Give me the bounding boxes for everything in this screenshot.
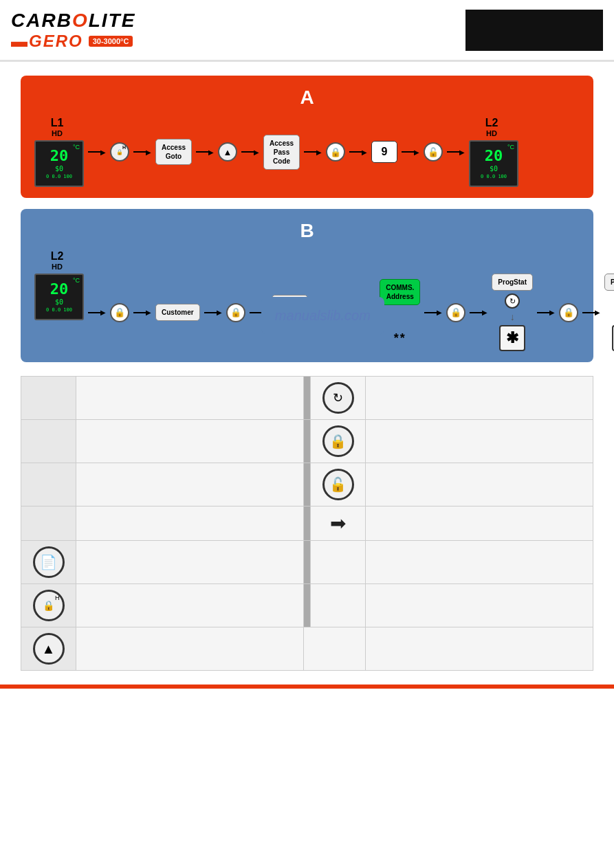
arrow-6 [349,148,367,156]
access-goto-button[interactable]: Access Goto [155,139,192,165]
lcd-bottom-b: 0 0.0 100 [46,307,72,313]
watermark-b: manualslib.com [261,297,384,335]
arrow-2 [133,148,151,156]
access-passcode-button[interactable]: Access Pass Code [263,135,300,170]
b-lock-1[interactable]: 🔒 [110,303,129,322]
lcd-display-1: °C 20 $0 0 0.0 100 [34,140,84,187]
table-divider-1 [304,377,311,420]
header: CARBOLITE ▬GERO 30-3000°C [0,0,614,62]
table-row-3-text-right [366,463,593,507]
table-row-4: ➡ [21,507,593,541]
table-row-6-text-right [366,584,593,627]
progstat-refresh-icon[interactable]: ↻ [505,293,520,309]
table-row-7-text-left [76,627,304,671]
temp-range-badge: 30-3000°C [89,36,133,47]
igero-logo: ▬GERO [11,32,83,51]
progedit-button[interactable]: ProgEdit [604,274,614,291]
logo-area: CARBOLITE ▬GERO 30-3000°C [11,10,135,51]
table-row-7-right-combined [304,627,366,671]
l2-label-b: L2 HD [51,250,64,271]
triangle-up-icon-table[interactable]: ▲ [33,633,65,665]
section-a: A L1 HD °C 20 $0 0 0.0 100 🔒H [21,76,593,198]
table-row-5-text-left [76,541,304,584]
progstat-asterisk[interactable]: ✱ [499,325,525,351]
progstat-down-arrow: ↓ [510,311,515,322]
lcd-bottom-2: 0 0.0 100 [481,174,507,179]
lcd-bottom-1: 0 0.0 100 [46,174,72,179]
table-row-5-icon-right-empty [311,541,366,584]
lock-open-icon-1[interactable]: 🔓 [424,142,443,162]
lock-open-icon-table[interactable]: 🔓 [322,469,354,500]
table-row-6-icon-right-empty [311,584,366,627]
temp-icon-b: °C [73,277,80,284]
file-icon-table[interactable]: 📄 [33,546,65,578]
section-a-flow: L1 HD °C 20 $0 0 0.0 100 🔒H Access Goto [34,117,580,187]
table-row-1-icon-right: ↻ [311,377,366,420]
b-arrow-9 [537,309,555,316]
table-row-2-text-left [76,420,304,463]
temp-icon-2: °C [507,144,514,151]
table-row-3-icon-right: 🔓 [311,463,366,507]
arrow-1 [88,148,106,156]
table-row-4-left-empty [21,507,76,541]
lcd-small-1: $0 [55,165,63,173]
progedit-col: ProgEdit ↻ ↓ ✱ [604,274,614,351]
l2-group-a: L2 HD °C 20 $0 0 0.0 100 [469,117,518,187]
b-lock-5[interactable]: 🔒 [559,303,578,322]
progstat-col: ProgStat ↻ ↓ ✱ [492,274,533,351]
table-row-7-text-right [366,627,593,671]
lcd-small-b: $0 [55,298,63,306]
hold-icon-table[interactable]: 🔒H [33,590,65,621]
lock-closed-icon-1[interactable]: 🔒 [326,142,345,162]
table-divider-5 [304,541,311,584]
comms-address-button[interactable]: COMMS. Address [380,279,420,305]
b-lock-2[interactable]: 🔒 [226,303,245,322]
b-arrow-10 [582,309,600,316]
table-row-7-icon-left: ▲ [21,627,76,671]
section-b: B L2 HD °C 20 $0 0 0.0 100 🔒 [21,209,593,362]
double-star: ** [394,331,406,346]
table-row-3-text-left [76,463,304,507]
table-row-1-left-empty [21,377,76,420]
table-row-6: 🔒H [21,584,593,627]
lock-closed-icon-table[interactable]: 🔒 [322,425,354,457]
arrow-8 [447,148,465,156]
refresh-icon-table[interactable]: ↻ [322,382,354,414]
progstat-button[interactable]: ProgStat [492,274,533,291]
table-row-2: 🔒 [21,420,593,463]
table-row-1-text-left [76,377,304,420]
triangle-up-button[interactable]: ▲ [218,142,237,162]
b-arrow-1 [88,309,106,316]
l2-label-a: L2 HD [485,117,498,137]
table-row-6-text-left [76,584,304,627]
section-a-label: A [34,87,580,109]
table-row-2-text-right [366,420,593,463]
logo-o: O [72,10,89,31]
table-row-3: 🔓 [21,463,593,507]
table-row-4-icon-right: ➡ [311,507,366,541]
table-divider-4 [304,507,311,541]
header-black-box [465,10,603,51]
table-row-2-icon-right: 🔒 [311,420,366,463]
bottom-bar [0,685,614,689]
customer-button[interactable]: Customer [155,304,200,321]
table-row-1: ↻ [21,377,593,420]
temp-icon-1: °C [73,144,80,151]
comms-col: COMMS. Address ** [380,279,420,346]
table-row-5-icon-left: 📄 [21,541,76,584]
h-sup: H [55,594,60,601]
number-9-box[interactable]: 9 [371,141,397,164]
lock-h-icon[interactable]: 🔒H [110,142,129,162]
table-row-2-left-empty [21,420,76,463]
lcd-temp-2: 20 [485,148,503,164]
table-row-5-text-right [366,541,593,584]
b-arrow-3 [204,309,222,316]
lcd-temp-1: 20 [50,148,69,164]
table-divider-2 [304,420,311,463]
b-arrow-2 [133,309,151,316]
b-arrow-8 [470,309,487,316]
table-divider-3 [304,463,311,507]
symbol-table: ↻ 🔒 🔓 [21,376,593,671]
table-divider-6 [304,584,311,627]
b-lock-4[interactable]: 🔒 [446,303,465,322]
